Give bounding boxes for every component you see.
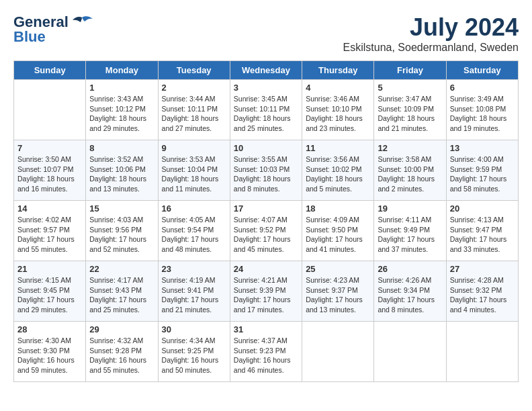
cell-info: Sunrise: 3:56 AMSunset: 10:02 PMDaylight…: [306, 154, 370, 194]
day-number: 30: [162, 324, 226, 334]
day-number: 24: [234, 264, 298, 274]
day-number: 20: [450, 203, 515, 214]
cell-info: Sunrise: 4:02 AMSunset: 9:57 PMDaylight:…: [17, 215, 82, 255]
day-header-saturday: Saturday: [446, 61, 518, 80]
header: General Blue July 2024 Eskilstuna, Soede…: [13, 13, 519, 54]
cell-info: Sunrise: 4:30 AMSunset: 9:30 PMDaylight:…: [17, 336, 82, 375]
cell-info: Sunrise: 4:26 AMSunset: 9:34 PMDaylight:…: [378, 275, 442, 315]
cell-info: Sunrise: 4:07 AMSunset: 9:52 PMDaylight:…: [234, 215, 298, 255]
calendar-cell: 5Sunrise: 3:47 AMSunset: 10:09 PMDayligh…: [374, 80, 446, 140]
day-number: 11: [306, 143, 370, 153]
calendar-cell: 31Sunrise: 4:37 AMSunset: 9:23 PMDayligh…: [230, 322, 302, 382]
day-number: 13: [450, 143, 515, 153]
day-number: 27: [450, 264, 515, 274]
calendar-cell: 2Sunrise: 3:44 AMSunset: 10:11 PMDayligh…: [158, 80, 230, 140]
day-number: 15: [89, 203, 154, 214]
week-row-2: 7Sunrise: 3:50 AMSunset: 10:07 PMDayligh…: [14, 140, 519, 201]
day-number: 4: [306, 83, 370, 93]
day-number: 5: [378, 83, 442, 93]
calendar-cell: 29Sunrise: 4:32 AMSunset: 9:28 PMDayligh…: [86, 322, 158, 382]
day-number: 14: [17, 203, 82, 214]
day-number: 1: [89, 83, 154, 93]
calendar-cell: 16Sunrise: 4:05 AMSunset: 9:54 PMDayligh…: [158, 201, 230, 261]
day-number: 29: [89, 324, 154, 334]
cell-info: Sunrise: 4:17 AMSunset: 9:43 PMDaylight:…: [89, 275, 154, 315]
week-row-3: 14Sunrise: 4:02 AMSunset: 9:57 PMDayligh…: [14, 201, 519, 261]
cell-info: Sunrise: 3:45 AMSunset: 10:11 PMDaylight…: [234, 94, 298, 134]
calendar-cell: 17Sunrise: 4:07 AMSunset: 9:52 PMDayligh…: [230, 201, 302, 261]
calendar-cell: 8Sunrise: 3:52 AMSunset: 10:06 PMDayligh…: [86, 140, 158, 201]
day-header-thursday: Thursday: [302, 61, 374, 80]
calendar-cell: 6Sunrise: 3:49 AMSunset: 10:08 PMDayligh…: [446, 80, 518, 140]
day-header-monday: Monday: [86, 61, 158, 80]
cell-info: Sunrise: 4:28 AMSunset: 9:32 PMDaylight:…: [450, 275, 515, 315]
calendar-cell: 12Sunrise: 3:58 AMSunset: 10:00 PMDaylig…: [374, 140, 446, 201]
calendar-cell: 27Sunrise: 4:28 AMSunset: 9:32 PMDayligh…: [446, 261, 518, 322]
day-number: 23: [162, 264, 226, 274]
cell-info: Sunrise: 4:05 AMSunset: 9:54 PMDaylight:…: [162, 215, 226, 255]
calendar-cell: 23Sunrise: 4:19 AMSunset: 9:41 PMDayligh…: [158, 261, 230, 322]
calendar-cell: [14, 80, 86, 140]
day-number: 25: [306, 264, 370, 274]
logo-bird-icon: [70, 15, 94, 30]
cell-info: Sunrise: 3:46 AMSunset: 10:10 PMDaylight…: [306, 94, 370, 134]
calendar-cell: [446, 322, 518, 382]
cell-info: Sunrise: 3:43 AMSunset: 10:12 PMDaylight…: [89, 94, 154, 134]
cell-info: Sunrise: 4:03 AMSunset: 9:56 PMDaylight:…: [89, 215, 154, 255]
day-number: 28: [17, 324, 82, 334]
cell-info: Sunrise: 4:21 AMSunset: 9:39 PMDaylight:…: [234, 275, 298, 315]
calendar-table: SundayMondayTuesdayWednesdayThursdayFrid…: [13, 60, 519, 382]
days-header-row: SundayMondayTuesdayWednesdayThursdayFrid…: [14, 61, 519, 80]
cell-info: Sunrise: 3:58 AMSunset: 10:00 PMDaylight…: [378, 154, 442, 194]
calendar-cell: 4Sunrise: 3:46 AMSunset: 10:10 PMDayligh…: [302, 80, 374, 140]
day-number: 12: [378, 143, 442, 153]
cell-info: Sunrise: 3:49 AMSunset: 10:08 PMDaylight…: [450, 94, 515, 134]
day-header-sunday: Sunday: [14, 61, 86, 80]
cell-info: Sunrise: 4:37 AMSunset: 9:23 PMDaylight:…: [234, 336, 298, 375]
day-header-wednesday: Wednesday: [230, 61, 302, 80]
calendar-cell: 9Sunrise: 3:53 AMSunset: 10:04 PMDayligh…: [158, 140, 230, 201]
calendar-cell: 10Sunrise: 3:55 AMSunset: 10:03 PMDaylig…: [230, 140, 302, 201]
week-row-5: 28Sunrise: 4:30 AMSunset: 9:30 PMDayligh…: [14, 322, 519, 382]
cell-info: Sunrise: 4:19 AMSunset: 9:41 PMDaylight:…: [162, 275, 226, 315]
day-number: 9: [162, 143, 226, 153]
day-number: 26: [378, 264, 442, 274]
cell-info: Sunrise: 4:00 AMSunset: 9:59 PMDaylight:…: [450, 154, 515, 194]
calendar-cell: 15Sunrise: 4:03 AMSunset: 9:56 PMDayligh…: [86, 201, 158, 261]
calendar-cell: 1Sunrise: 3:43 AMSunset: 10:12 PMDayligh…: [86, 80, 158, 140]
title-area: July 2024 Eskilstuna, Soedermanland, Swe…: [343, 13, 519, 54]
day-number: 6: [450, 83, 515, 93]
day-number: 3: [234, 83, 298, 93]
calendar-cell: 19Sunrise: 4:11 AMSunset: 9:49 PMDayligh…: [374, 201, 446, 261]
calendar-cell: 11Sunrise: 3:56 AMSunset: 10:02 PMDaylig…: [302, 140, 374, 201]
calendar-cell: 3Sunrise: 3:45 AMSunset: 10:11 PMDayligh…: [230, 80, 302, 140]
day-number: 10: [234, 143, 298, 153]
day-number: 18: [306, 203, 370, 214]
logo-blue: Blue: [13, 28, 46, 46]
calendar-cell: 21Sunrise: 4:15 AMSunset: 9:45 PMDayligh…: [14, 261, 86, 322]
cell-info: Sunrise: 4:09 AMSunset: 9:50 PMDaylight:…: [306, 215, 370, 255]
day-header-tuesday: Tuesday: [158, 61, 230, 80]
cell-info: Sunrise: 3:44 AMSunset: 10:11 PMDaylight…: [162, 94, 226, 134]
day-number: 2: [162, 83, 226, 93]
week-row-4: 21Sunrise: 4:15 AMSunset: 9:45 PMDayligh…: [14, 261, 519, 322]
cell-info: Sunrise: 4:23 AMSunset: 9:37 PMDaylight:…: [306, 275, 370, 315]
calendar-cell: 30Sunrise: 4:34 AMSunset: 9:25 PMDayligh…: [158, 322, 230, 382]
calendar-cell: 20Sunrise: 4:13 AMSunset: 9:47 PMDayligh…: [446, 201, 518, 261]
day-number: 21: [17, 264, 82, 274]
day-number: 16: [162, 203, 226, 214]
cell-info: Sunrise: 3:52 AMSunset: 10:06 PMDaylight…: [89, 154, 154, 194]
day-number: 19: [378, 203, 442, 214]
cell-info: Sunrise: 4:34 AMSunset: 9:25 PMDaylight:…: [162, 336, 226, 375]
calendar-cell: 25Sunrise: 4:23 AMSunset: 9:37 PMDayligh…: [302, 261, 374, 322]
day-header-friday: Friday: [374, 61, 446, 80]
logo: General Blue: [13, 13, 94, 46]
day-number: 7: [17, 143, 82, 153]
cell-info: Sunrise: 3:50 AMSunset: 10:07 PMDaylight…: [17, 154, 82, 194]
cell-info: Sunrise: 3:55 AMSunset: 10:03 PMDaylight…: [234, 154, 298, 194]
calendar-cell: 14Sunrise: 4:02 AMSunset: 9:57 PMDayligh…: [14, 201, 86, 261]
calendar-cell: 18Sunrise: 4:09 AMSunset: 9:50 PMDayligh…: [302, 201, 374, 261]
cell-info: Sunrise: 4:13 AMSunset: 9:47 PMDaylight:…: [450, 215, 515, 255]
cell-info: Sunrise: 3:47 AMSunset: 10:09 PMDaylight…: [378, 94, 442, 134]
calendar-cell: 28Sunrise: 4:30 AMSunset: 9:30 PMDayligh…: [14, 322, 86, 382]
